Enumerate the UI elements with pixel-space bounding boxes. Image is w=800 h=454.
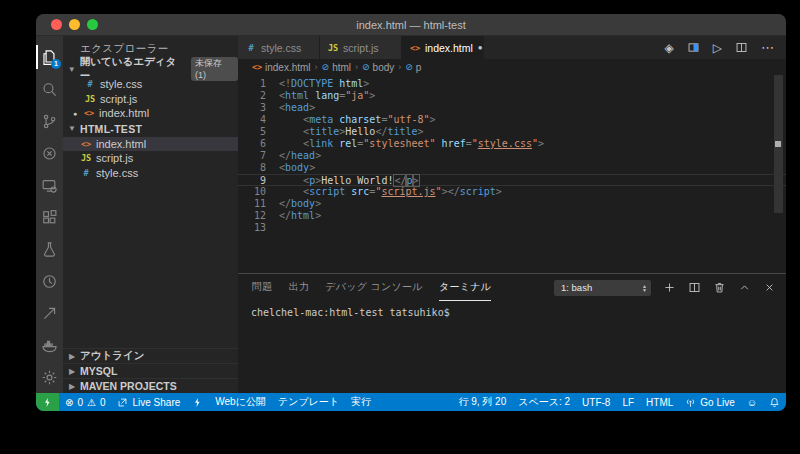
split-terminal-icon[interactable] — [688, 281, 701, 294]
code-line-4[interactable]: 4 <meta charset="utf-8"> — [238, 114, 786, 126]
status-go-live[interactable]: Go Live — [679, 393, 740, 411]
code-line-2[interactable]: 2<html lang="ja"> — [238, 90, 786, 102]
explorer-activity-icon[interactable]: 1 — [36, 41, 63, 73]
tab-index.html[interactable]: <>index.html● — [402, 36, 484, 59]
folder-header[interactable]: ▼ HTML-TEST — [63, 121, 238, 137]
status-language-mode[interactable]: HTML — [640, 393, 679, 411]
sidebar-section-MAVEN PROJECTS[interactable]: ▶MAVEN PROJECTS — [63, 378, 238, 393]
panel-tab-デバッグ コンソール[interactable]: デバッグ コンソール — [325, 274, 423, 301]
maximize-panel-icon[interactable] — [738, 281, 751, 294]
line-number: 8 — [238, 162, 266, 174]
shell-select-value: 1: bash — [561, 282, 592, 293]
status-remote-indicator[interactable] — [36, 393, 59, 411]
status-rocket[interactable] — [186, 393, 209, 411]
terminal-output[interactable]: chelchel-mac:html-test tatsuhiko$ — [238, 301, 786, 393]
select-arrows-icon: ▲▼ — [642, 284, 647, 292]
test-explorer-activity-icon[interactable] — [36, 233, 63, 265]
terminal-shell-select[interactable]: 1: bash ▲▼ — [554, 280, 651, 296]
smiley-icon: ☺ — [747, 397, 757, 408]
remote-preview-activity-icon[interactable] — [36, 169, 63, 201]
breadcrumb-item-html[interactable]: ⊘html — [322, 62, 351, 73]
extensions-activity-icon[interactable] — [36, 201, 63, 233]
status-template[interactable]: テンプレート — [272, 393, 345, 411]
code-line-1[interactable]: 1<!DOCTYPE html> — [238, 78, 786, 90]
status-encoding[interactable]: UTF-8 — [576, 393, 616, 411]
code-line-5[interactable]: 5 <title>Hello</title> — [238, 126, 786, 138]
line-number: 9 — [238, 175, 266, 185]
broadcast-icon — [685, 397, 696, 408]
code-line-7[interactable]: 7</head> — [238, 150, 786, 162]
open-editors-header[interactable]: ▼ 開いているエディター 未保存 (1) — [63, 61, 238, 77]
code-line-8[interactable]: 8<body> — [238, 162, 786, 174]
file-style.css[interactable]: #style.css — [63, 77, 238, 92]
split-editor-icon[interactable] — [735, 41, 748, 54]
css-file-icon: # — [246, 43, 256, 53]
panel-tab-出力[interactable]: 出力 — [289, 274, 310, 301]
close-window-button[interactable] — [51, 19, 62, 30]
status-indentation[interactable]: スペース: 2 — [512, 393, 576, 411]
panel-tab-問題[interactable]: 問題 — [252, 274, 273, 301]
line-number: 13 — [238, 222, 266, 234]
run-code-icon[interactable]: ▷ — [713, 41, 722, 55]
code-line-6[interactable]: 6 <link rel="stylesheet" href="style.css… — [238, 138, 786, 150]
code-line-9[interactable]: 9 <p>Hello World!</p> — [238, 174, 786, 186]
status-notifications[interactable] — [763, 393, 786, 411]
line-number: 10 — [238, 186, 266, 198]
status-eol[interactable]: LF — [616, 393, 640, 411]
search-activity-icon[interactable] — [36, 73, 63, 105]
minimize-window-button[interactable] — [69, 19, 80, 30]
kill-terminal-icon[interactable] — [713, 281, 726, 294]
file-tree: <>index.htmlJSscript.js#style.css — [63, 137, 238, 181]
sidebar-section-アウトライン[interactable]: ▶アウトライン — [63, 348, 238, 363]
status-problems[interactable]: ⊗0⚠0 — [59, 393, 111, 411]
file-style.css[interactable]: #style.css — [63, 166, 238, 181]
line-number: 4 — [238, 114, 266, 126]
bottom-panel: 問題出力デバッグ コンソールターミナル 1: bash ▲▼ — [238, 273, 786, 393]
code-line-10[interactable]: 10 <script src="script.js"></script> — [238, 186, 786, 198]
file-script.js[interactable]: JSscript.js — [63, 151, 238, 166]
line-number: 6 — [238, 138, 266, 150]
sidebar-section-MYSQL[interactable]: ▶MYSQL — [63, 363, 238, 378]
code-line-13[interactable]: 13 — [238, 222, 786, 234]
debug-activity-icon[interactable] — [36, 137, 63, 169]
code-line-12[interactable]: 12</html> — [238, 210, 786, 222]
tab-style.css[interactable]: #style.css — [238, 36, 320, 59]
status-publish-web[interactable]: Webに公開 — [209, 393, 272, 411]
source-control-activity-icon[interactable] — [36, 105, 63, 137]
tab-script.js[interactable]: JSscript.js — [320, 36, 402, 59]
code-line-3[interactable]: 3<head> — [238, 102, 786, 114]
panel-tab-ターミナル[interactable]: ターミナル — [439, 274, 491, 301]
breadcrumb-item-p[interactable]: ⊘p — [405, 62, 421, 73]
status-feedback[interactable]: ☺ — [741, 393, 763, 411]
zoom-window-button[interactable] — [87, 19, 98, 30]
file-script.js[interactable]: JSscript.js — [63, 92, 238, 107]
code-line-11[interactable]: 11</body> — [238, 198, 786, 210]
new-terminal-icon[interactable] — [663, 281, 676, 294]
breadcrumb-item-body[interactable]: ⊘body — [362, 62, 394, 73]
liveshare-icon — [117, 397, 128, 408]
file-index.html[interactable]: ●<>index.html — [63, 106, 238, 121]
status-cursor-position[interactable]: 行 9, 列 20 — [452, 393, 512, 411]
file-name: index.html — [96, 138, 146, 150]
docker-activity-icon[interactable] — [36, 329, 63, 361]
code-text: <script src="script.js"></script> — [266, 186, 502, 198]
file-name: script.js — [96, 152, 133, 164]
status-live-share[interactable]: Live Share — [111, 393, 186, 411]
open-preview-icon[interactable] — [687, 41, 700, 54]
status-run[interactable]: 実行 — [345, 393, 377, 411]
code-time-activity-icon[interactable] — [36, 265, 63, 297]
breadcrumb-separator: › — [398, 62, 401, 72]
code-editor[interactable]: 1<!DOCTYPE html>2<html lang="ja">3<head>… — [238, 75, 786, 273]
format-icon[interactable]: ◈ — [665, 41, 674, 55]
explorer-sidebar: エクスプローラー ▼ 開いているエディター 未保存 (1) #style.css… — [63, 36, 238, 393]
close-panel-icon[interactable] — [763, 281, 776, 294]
file-index.html[interactable]: <>index.html — [63, 137, 238, 152]
breadcrumb-item-index.html[interactable]: <>index.html — [252, 62, 311, 73]
share-activity-icon[interactable] — [36, 297, 63, 329]
more-actions-icon[interactable]: ⋯ — [761, 40, 774, 55]
bell-icon — [769, 397, 780, 408]
editor-tabs: #style.cssJSscript.js<>index.html● — [238, 36, 484, 59]
line-number: 11 — [238, 198, 266, 210]
settings-activity-icon[interactable] — [36, 361, 63, 393]
status-bar: ⊗0⚠0Live ShareWebに公開テンプレート実行 行 9, 列 20スペ… — [36, 393, 786, 411]
